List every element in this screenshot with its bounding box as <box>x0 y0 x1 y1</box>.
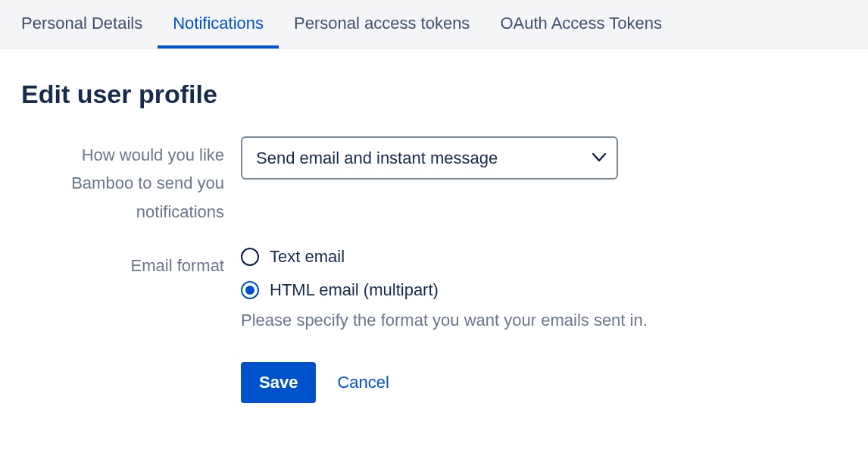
tab-personal-details[interactable]: Personal Details <box>21 0 158 48</box>
tab-oauth-access-tokens[interactable]: OAuth Access Tokens <box>485 0 677 48</box>
cancel-button[interactable]: Cancel <box>337 373 389 392</box>
radio-dot <box>245 286 254 295</box>
save-button[interactable]: Save <box>241 362 316 403</box>
radio-label-html-email: HTML email (multipart) <box>270 280 439 300</box>
tab-bar: Personal Details Notifications Personal … <box>0 0 868 49</box>
button-row: Save Cancel <box>241 362 847 403</box>
email-format-label: Email format <box>21 247 241 280</box>
radio-html-email[interactable]: HTML email (multipart) <box>241 280 648 300</box>
radio-circle-checked <box>241 281 259 299</box>
form-row-notification-method: How would you like Bamboo to send you no… <box>21 136 847 226</box>
form-row-email-format: Email format Text email HTML email (mult… <box>21 247 847 330</box>
page-title: Edit user profile <box>21 80 847 109</box>
notification-method-label: How would you like Bamboo to send you no… <box>21 136 241 226</box>
radio-text-email[interactable]: Text email <box>241 247 648 267</box>
email-format-helper: Please specify the format you want your … <box>241 311 648 330</box>
tab-notifications[interactable]: Notifications <box>158 0 279 48</box>
email-format-radio-group: Text email HTML email (multipart) <box>241 247 648 300</box>
tab-personal-access-tokens[interactable]: Personal access tokens <box>279 0 485 48</box>
radio-circle-unchecked <box>241 248 259 266</box>
notification-method-select[interactable]: Send email and instant message <box>241 136 618 180</box>
content: Edit user profile How would you like Bam… <box>0 49 868 433</box>
radio-label-text-email: Text email <box>270 247 345 267</box>
